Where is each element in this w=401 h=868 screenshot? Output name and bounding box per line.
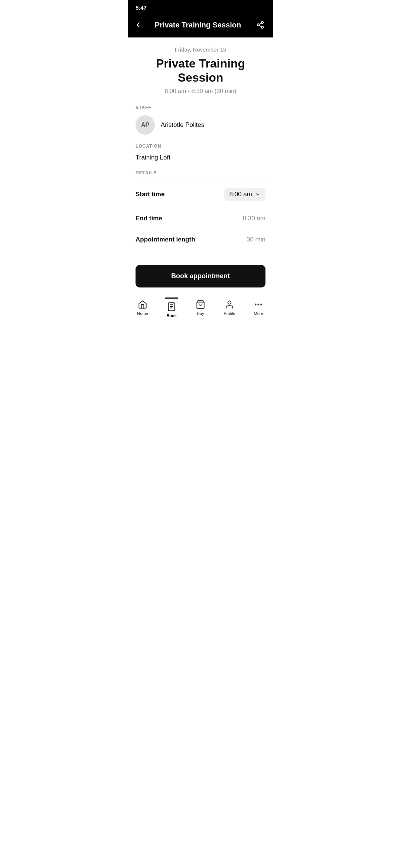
location-section: LOCATION Training Loft (136, 144, 265, 161)
nav-label-buy: Buy (197, 311, 204, 316)
nav-item-book[interactable]: Book (157, 296, 186, 319)
svg-point-10 (228, 301, 231, 305)
nav-label-book: Book (166, 313, 177, 318)
start-time-value: 8:00 am (229, 191, 252, 198)
end-time-value: 8:30 am (243, 215, 265, 222)
status-bar: 5:47 (128, 0, 273, 14)
back-button[interactable] (134, 21, 142, 29)
event-time-range: 8:00 am - 8:30 am (30 min) (136, 88, 265, 95)
staff-avatar-initials: AP (141, 122, 149, 128)
profile-icon (224, 299, 235, 310)
details-label: DETAILS (136, 170, 265, 175)
buy-icon (195, 299, 206, 310)
start-time-label: Start time (136, 191, 164, 198)
svg-point-13 (261, 304, 262, 305)
location-text: Training Loft (136, 154, 170, 161)
start-time-dropdown[interactable]: 8:00 am (224, 188, 265, 201)
home-icon (137, 299, 148, 310)
staff-row: AP Aristotle Polites (136, 115, 265, 135)
nav-label-profile: Profile (224, 311, 235, 316)
header: Private Training Session (128, 14, 273, 37)
location-label: LOCATION (136, 144, 265, 149)
nav-item-more[interactable]: More (244, 298, 273, 317)
svg-point-12 (258, 304, 259, 305)
appointment-length-label: Appointment length (136, 236, 195, 243)
staff-label: STAFF (136, 105, 265, 110)
staff-avatar: AP (136, 115, 155, 135)
book-button-wrapper: Book appointment (128, 259, 273, 292)
book-icon (166, 302, 177, 312)
svg-rect-5 (168, 303, 175, 311)
nav-label-home: Home (137, 311, 148, 316)
end-time-row: End time 8:30 am (136, 208, 265, 229)
more-icon (253, 299, 264, 310)
book-appointment-button[interactable]: Book appointment (136, 265, 265, 287)
chevron-down-icon (255, 192, 260, 197)
event-title: Private Training Session (136, 56, 265, 85)
main-content: Friday, November 15 Private Training Ses… (128, 37, 273, 250)
svg-line-3 (259, 25, 261, 27)
bottom-nav: Home Book Buy (128, 292, 273, 327)
svg-point-11 (255, 304, 256, 305)
nav-label-more: More (254, 311, 263, 316)
share-button[interactable] (254, 18, 267, 32)
start-time-row: Start time 8:00 am (136, 181, 265, 208)
status-time: 5:47 (136, 4, 147, 11)
nav-active-indicator (165, 297, 178, 299)
header-title: Private Training Session (155, 21, 241, 29)
share-icon (256, 21, 264, 29)
details-section: DETAILS Start time 8:00 am End time 8:30… (136, 170, 265, 250)
staff-section: STAFF AP Aristotle Polites (136, 105, 265, 135)
back-arrow-icon (134, 21, 142, 29)
appointment-length-value: 30 min (247, 236, 265, 243)
event-date: Friday, November 15 (136, 46, 265, 53)
appointment-length-row: Appointment length 30 min (136, 229, 265, 250)
svg-line-4 (259, 23, 261, 24)
nav-item-home[interactable]: Home (128, 298, 157, 317)
nav-item-profile[interactable]: Profile (215, 298, 244, 317)
nav-item-buy[interactable]: Buy (186, 298, 215, 317)
staff-name: Aristotle Polites (161, 121, 204, 129)
end-time-label: End time (136, 215, 162, 222)
